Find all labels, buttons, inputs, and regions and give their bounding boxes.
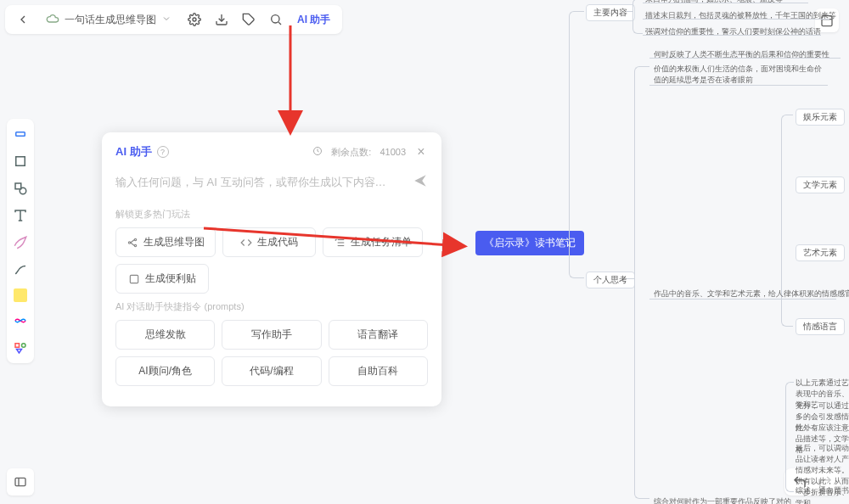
svg-point-20 [134, 238, 136, 240]
pen-tool-icon[interactable] [12, 234, 29, 251]
mindmap-leaf[interactable]: 综合对何时作为一部重要作品反映了对的 [654, 496, 791, 504]
code-icon [240, 237, 252, 249]
svg-marker-15 [17, 350, 22, 354]
mindmap-node-element[interactable]: 文学元素 [796, 176, 845, 193]
top-toolbar: 一句话生成思维导图 AI 助手 [5, 5, 342, 34]
back-button[interactable] [14, 10, 32, 29]
mindmap-connector [649, 58, 841, 59]
send-button[interactable] [413, 173, 428, 191]
ai-panel-title: AI 助手 [115, 144, 152, 160]
svg-rect-13 [15, 344, 20, 348]
svg-point-10 [20, 188, 26, 194]
tasklist-icon [334, 237, 346, 249]
svg-point-19 [128, 241, 130, 243]
help-icon[interactable]: ? [157, 146, 169, 158]
mindmap-node-element[interactable]: 娱乐元素 [796, 109, 845, 126]
chip-writing[interactable]: 写作助手 [222, 320, 321, 350]
points-value: 41003 [380, 147, 406, 157]
svg-point-21 [134, 244, 136, 246]
close-icon[interactable]: × [414, 145, 428, 159]
mindmap-connector [643, 3, 808, 3]
mindmap-connector [643, 35, 821, 36]
more-shapes-icon[interactable] [12, 339, 29, 356]
mindmap-connector [634, 66, 649, 499]
svg-rect-8 [16, 157, 25, 166]
mindmap-connector [649, 85, 828, 86]
section-popular-label: 解锁更多热门玩法 [115, 208, 428, 221]
chip-generate-tasklist[interactable]: 生成任务清单 [323, 227, 423, 257]
mindmap-leaf[interactable]: 强调对信仰的重要性，警示人们要时刻保公神的话语 [645, 26, 821, 37]
chip-generate-mindmap[interactable]: 生成思维导图 [115, 227, 216, 257]
chip-ai-role[interactable]: AI顾问/角色 [115, 356, 215, 386]
mindmap-connector [559, 239, 570, 240]
annotation-arrow [280, 25, 306, 138]
mindmap-connector [633, 0, 643, 34]
document-title-text: 一句话生成思维导图 [65, 13, 156, 27]
chevron-down-icon [161, 14, 171, 26]
search-icon[interactable] [267, 10, 285, 29]
mindmap-icon [127, 237, 138, 249]
svg-rect-7 [16, 132, 25, 137]
chip-brainstorm[interactable]: 思维发散 [115, 320, 215, 350]
chip-coding[interactable]: 代码/编程 [222, 356, 321, 386]
text-tool-icon[interactable] [12, 207, 29, 224]
mindmap-leaf[interactable]: 何时反映了人类不断生态平衡的后果和信仰的重要性 [654, 49, 829, 60]
panel-toggle-button[interactable] [7, 468, 34, 496]
chip-encyclopedia[interactable]: 自助百科 [329, 356, 428, 386]
mindmap-connector [649, 299, 836, 300]
flow-tool-icon[interactable] [12, 312, 29, 329]
mindmap-connector [569, 11, 584, 278]
svg-point-0 [193, 18, 196, 21]
select-tool-icon[interactable] [12, 126, 29, 143]
svg-rect-16 [15, 478, 25, 485]
tag-icon[interactable] [239, 10, 258, 29]
clock-icon [312, 146, 323, 158]
mindmap-leaf[interactable]: 价值的来权衡人们生活的信条，面对困境和生命价值的延续思考是否在读者眼前 [654, 64, 824, 86]
svg-line-4 [278, 22, 281, 25]
cloud-sync-icon [46, 12, 59, 28]
mindmap-connector [785, 382, 794, 492]
frame-tool-icon[interactable] [12, 153, 29, 170]
mindmap-canvas[interactable]: 《启示录》读书笔记 主要内容 末日审判的描写，如洪水、地震、瘟疫等 描述末日裁判… [471, 0, 849, 504]
section-prompts-label: AI 对话助手快捷指令 (prompts) [115, 300, 428, 313]
mindmap-leaf[interactable]: 描述末日裁判，包括灵魂的被释放性，千年王国的到来等 [645, 10, 836, 21]
mindmap-node-personal[interactable]: 个人思考 [586, 272, 635, 288]
svg-line-22 [131, 239, 135, 243]
mindmap-node-element[interactable]: 情感语言 [796, 318, 845, 335]
mindmap-root-node[interactable]: 《启示录》读书笔记 [475, 231, 584, 255]
mindmap-connector [627, 11, 633, 12]
chip-translate[interactable]: 语言翻译 [329, 320, 428, 350]
sticky-icon [128, 273, 140, 285]
svg-point-3 [272, 15, 279, 23]
sticky-note-tool-icon[interactable] [14, 288, 27, 302]
tools-sidebar [7, 119, 34, 363]
mindmap-connector [643, 19, 829, 20]
ai-assistant-panel: AI 助手 ? 剩余点数: 41003 × 解锁更多热门玩法 生成思维导图 生成… [102, 132, 441, 406]
chip-generate-sticky[interactable]: 生成便利贴 [115, 264, 209, 294]
mindmap-node-element[interactable]: 艺术元素 [796, 244, 845, 261]
export-icon[interactable] [212, 10, 231, 29]
chip-generate-code[interactable]: 生成代码 [222, 227, 316, 257]
svg-point-14 [22, 344, 26, 348]
connector-tool-icon[interactable] [12, 261, 29, 278]
mindmap-leaf[interactable]: 综述，通向题书 [796, 485, 849, 496]
ai-assistant-button[interactable]: AI 助手 [294, 13, 334, 27]
svg-rect-27 [130, 275, 138, 283]
points-label: 剩余点数: [331, 146, 371, 159]
svg-line-23 [131, 243, 135, 246]
ai-prompt-input[interactable] [115, 176, 406, 188]
svg-rect-9 [15, 183, 21, 189]
mindmap-node-main-content[interactable]: 主要内容 [586, 4, 635, 21]
document-title-dropdown[interactable]: 一句话生成思维导图 [41, 12, 177, 28]
settings-icon[interactable] [185, 10, 204, 29]
shape-tool-icon[interactable] [12, 180, 29, 197]
